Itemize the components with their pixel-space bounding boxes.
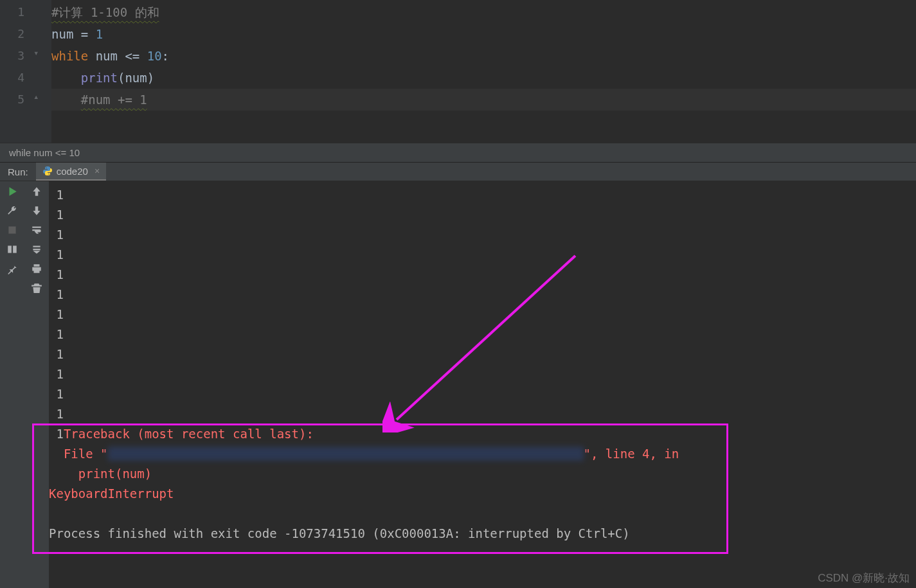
breadcrumb-text: while num <= 10 xyxy=(9,147,80,158)
watermark: CSDN @新晓·故知 xyxy=(818,571,910,585)
code-line[interactable]: print(num) xyxy=(51,67,916,89)
code-area[interactable]: #计算 1-100 的和num = 1while num <= 10: prin… xyxy=(51,0,916,143)
console-line: 1 xyxy=(49,285,916,305)
line-number: 2 xyxy=(0,23,24,45)
console-output[interactable]: 1 1 1 1 1 1 1 1 1 1 1 1 1Traceback (most… xyxy=(49,181,916,588)
line-number: 5 xyxy=(0,89,24,111)
close-tab-icon[interactable]: × xyxy=(94,166,100,176)
stop-icon[interactable] xyxy=(6,224,19,236)
scroll-to-end-icon[interactable] xyxy=(30,243,43,256)
svg-rect-0 xyxy=(8,226,15,233)
line-number: 1 xyxy=(0,1,24,23)
console-line: 1 xyxy=(49,265,916,285)
run-tab-label: code20 xyxy=(57,166,88,177)
console-line xyxy=(49,504,916,524)
console-line: 1 xyxy=(49,344,916,364)
console-line: 1 xyxy=(49,205,916,225)
console-line: 1 xyxy=(49,305,916,325)
console-line: 1 xyxy=(49,245,916,265)
pin-icon[interactable] xyxy=(6,262,19,275)
print-icon[interactable] xyxy=(30,262,43,275)
breadcrumb-bar[interactable]: while num <= 10 xyxy=(0,143,916,162)
down-arrow-icon[interactable] xyxy=(30,204,43,217)
code-line[interactable]: while num <= 10: xyxy=(51,45,916,67)
fold-column: ▾ ▴ xyxy=(36,0,51,143)
fold-start-icon[interactable]: ▾ xyxy=(33,48,39,58)
trash-icon[interactable] xyxy=(30,281,43,294)
console-line: 1 xyxy=(49,325,916,344)
console-line: 1Traceback (most recent call last): xyxy=(49,424,916,444)
svg-rect-2 xyxy=(13,245,17,253)
run-actions-column-2 xyxy=(24,181,49,588)
run-icon[interactable] xyxy=(6,185,19,198)
console-line: KeyboardInterrupt xyxy=(49,484,916,504)
line-number-gutter: 12345 xyxy=(0,0,36,143)
svg-rect-1 xyxy=(8,245,12,253)
code-editor[interactable]: 12345 ▾ ▴ #计算 1-100 的和num = 1while num <… xyxy=(0,0,916,143)
code-line[interactable]: #num += 1 xyxy=(51,89,916,111)
run-label: Run: xyxy=(0,166,36,177)
redacted-path xyxy=(108,447,584,461)
fold-end-icon[interactable]: ▴ xyxy=(33,91,39,102)
run-toolwindow-body: 1 1 1 1 1 1 1 1 1 1 1 1 1Traceback (most… xyxy=(0,181,916,588)
run-tab[interactable]: code20 × xyxy=(36,163,106,181)
line-number: 3 xyxy=(0,45,24,67)
run-toolwindow-header: Run: code20 × xyxy=(0,162,916,181)
console-line: 1 xyxy=(49,404,916,424)
up-arrow-icon[interactable] xyxy=(30,185,43,198)
layout-icon[interactable] xyxy=(6,243,19,256)
wrench-icon[interactable] xyxy=(6,204,19,217)
code-line[interactable]: #计算 1-100 的和 xyxy=(51,1,916,23)
console-line: 1 xyxy=(49,225,916,245)
soft-wrap-icon[interactable] xyxy=(30,224,43,236)
console-line: 1 xyxy=(49,185,916,205)
line-number: 4 xyxy=(0,67,24,89)
console-line: 1 xyxy=(49,384,916,404)
console-line: File "", line 4, in xyxy=(49,444,916,464)
code-line[interactable]: num = 1 xyxy=(51,23,916,45)
console-line: print(num) xyxy=(49,464,916,484)
run-actions-column-1 xyxy=(0,181,24,588)
console-line: 1 xyxy=(49,364,916,384)
python-file-icon xyxy=(42,166,53,176)
console-line: Process finished with exit code -1073741… xyxy=(49,524,916,544)
